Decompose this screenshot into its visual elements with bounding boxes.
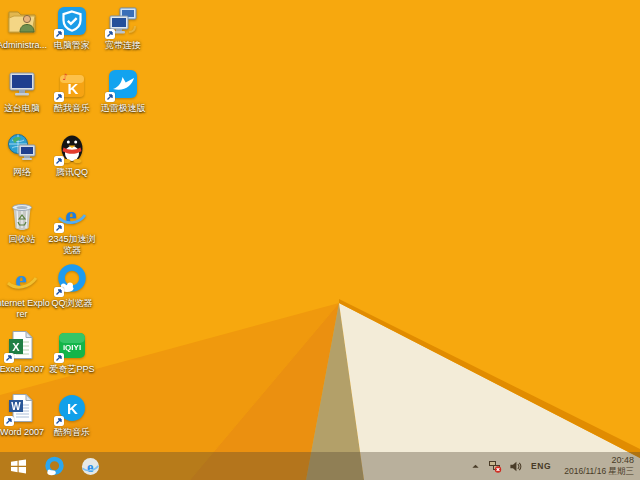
svg-text:♪: ♪ [62, 72, 68, 82]
shortcut-arrow-icon [54, 287, 64, 297]
bird-icon [106, 67, 140, 101]
svg-text:K: K [68, 80, 79, 97]
computer-monitor-icon [5, 67, 39, 101]
desktop-icon-word[interactable]: W Word 2007 [0, 391, 50, 438]
network-status-icon[interactable] [488, 458, 502, 474]
desktop-icon-label: 迅雷极速版 [101, 103, 146, 114]
clock-date: 2016/11/16 星期三 [560, 466, 634, 477]
ie-icon: e [80, 456, 101, 477]
desktop-icon-label: 腾讯QQ [56, 167, 88, 178]
browser-e-icon: e [55, 198, 89, 232]
blue-ring-icon [55, 262, 89, 296]
chevron-up-icon [471, 462, 480, 471]
shortcut-arrow-icon [54, 92, 64, 102]
svg-text:W: W [11, 401, 21, 412]
user-folder-icon [5, 4, 39, 38]
desktop-icon-label: 爱奇艺PPS [49, 364, 94, 375]
desktop-icon-recycle-bin[interactable]: 回收站 [0, 198, 50, 245]
desktop-icon-thunder[interactable]: 迅雷极速版 [95, 67, 151, 114]
taskbar-pinned-2345-browser[interactable] [36, 452, 72, 480]
desktop-icon-excel[interactable]: X Excel 2007 [0, 328, 50, 375]
taskbar-clock[interactable]: 20:48 2016/11/16 星期三 [560, 455, 636, 478]
svg-text:iQIYI: iQIYI [63, 343, 81, 352]
desktop-icon-label: 酷狗音乐 [54, 427, 90, 438]
svg-text:e: e [65, 201, 77, 230]
shortcut-arrow-icon [105, 92, 115, 102]
shortcut-arrow-icon [54, 156, 64, 166]
desktop-icon-label: 2345加速浏览器 [44, 234, 100, 255]
kugou-k-icon: K [55, 391, 89, 425]
desktop-icon-label: Word 2007 [0, 427, 44, 438]
desktop-icon-label: 回收站 [9, 234, 36, 245]
desktop-icon-administrator[interactable]: Administra... [0, 4, 50, 51]
desktop-icon-broadband[interactable]: 宽带连接 [95, 4, 151, 51]
desktop-icon-label: Excel 2007 [0, 364, 44, 375]
svg-text:e: e [86, 458, 93, 474]
shortcut-arrow-icon [54, 29, 64, 39]
taskbar: e [0, 452, 640, 480]
shortcut-arrow-icon [4, 353, 14, 363]
desktop-icon-pc-manager[interactable]: 电脑管家 [44, 4, 100, 51]
shortcut-arrow-icon [4, 416, 14, 426]
volume-icon[interactable] [508, 458, 522, 474]
shield-check-icon [55, 4, 89, 38]
desktop-icon-label: Administra... [0, 40, 47, 51]
iqiyi-icon: iQIYI [55, 328, 89, 362]
shortcut-arrow-icon [54, 416, 64, 426]
ie-icon: e [5, 262, 39, 296]
desktop-icon-internet-explorer[interactable]: e Internet Explorer [0, 262, 50, 319]
music-box-icon: K ♪ [55, 67, 89, 101]
desktop-icon-label: 网络 [13, 167, 31, 178]
desktop-icon-this-pc[interactable]: 这台电脑 [0, 67, 50, 114]
blue-ring-icon [44, 456, 65, 477]
taskbar-pinned-internet-explorer[interactable]: e [72, 452, 108, 480]
start-button[interactable] [0, 452, 36, 480]
dual-monitor-icon [106, 4, 140, 38]
show-hidden-icons-button[interactable] [468, 458, 482, 474]
desktop-icon-kugou[interactable]: K 酷狗音乐 [44, 391, 100, 438]
svg-text:X: X [12, 341, 20, 353]
desktop-icon-iqiyi[interactable]: iQIYI 爱奇艺PPS [44, 328, 100, 375]
desktop-icon-qq[interactable]: 腾讯QQ [44, 131, 100, 178]
taskbar-left: e [0, 452, 108, 480]
desktop-screen: Administra... 电脑管家 [0, 0, 640, 480]
desktop-icon-label: 酷我音乐 [54, 103, 90, 114]
excel-document-icon: X [5, 328, 39, 362]
shortcut-arrow-icon [54, 353, 64, 363]
desktop-icon-label: 这台电脑 [4, 103, 40, 114]
svg-text:K: K [67, 400, 78, 417]
desktop-icon-label: QQ浏览器 [51, 298, 92, 309]
globe-monitor-icon [5, 131, 39, 165]
windows-logo-icon [9, 457, 28, 476]
recycle-bin-icon [5, 198, 39, 232]
shortcut-arrow-icon [105, 29, 115, 39]
word-document-icon: W [5, 391, 39, 425]
penguin-icon [55, 131, 89, 165]
clock-time: 20:48 [560, 455, 634, 467]
desktop-icon-label: Internet Explorer [0, 298, 50, 319]
language-indicator[interactable]: ENG [528, 461, 554, 471]
system-tray: ENG 20:48 2016/11/16 星期三 [468, 452, 640, 480]
svg-text:e: e [15, 265, 27, 294]
desktop-icon-label: 电脑管家 [54, 40, 90, 51]
shortcut-arrow-icon [54, 223, 64, 233]
desktop-icon-qq-browser[interactable]: QQ浏览器 [44, 262, 100, 309]
desktop-icon-2345-browser[interactable]: e 2345加速浏览器 [44, 198, 100, 255]
desktop-icon-label: 宽带连接 [105, 40, 141, 51]
desktop-icon-kuwo-music[interactable]: K ♪ 酷我音乐 [44, 67, 100, 114]
desktop-icon-network[interactable]: 网络 [0, 131, 50, 178]
